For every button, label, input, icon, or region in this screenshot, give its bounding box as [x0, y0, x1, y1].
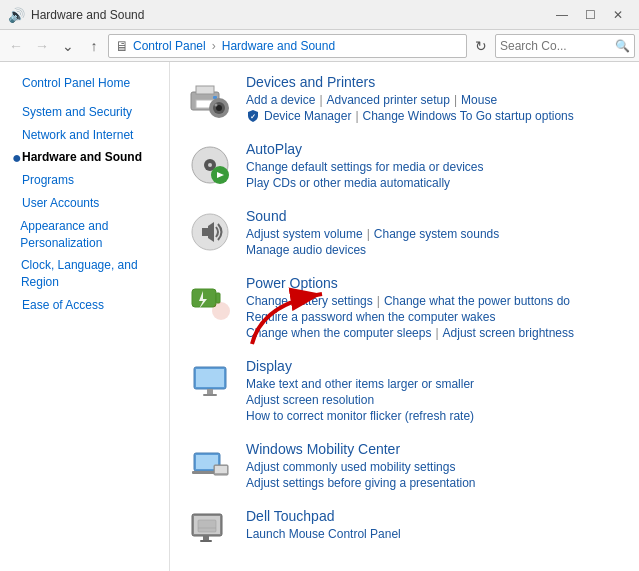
- sound-sublinks: Manage audio devices: [246, 243, 623, 257]
- power-options-content: Power Options Change battery settings | …: [246, 275, 623, 342]
- launch-mouse-control-link[interactable]: Launch Mouse Control Panel: [246, 527, 401, 541]
- change-sleeps-link[interactable]: Change when the computer sleeps: [246, 326, 431, 340]
- section-autoplay: AutoPlay Change default settings for med…: [186, 141, 623, 192]
- sidebar-item-clock-language-region[interactable]: Clock, Language, and Region: [0, 254, 169, 294]
- section-sound: Sound Adjust system volume | Change syst…: [186, 208, 623, 259]
- content-area: Devices and Printers Add a device | Adva…: [170, 62, 639, 571]
- search-input[interactable]: [500, 39, 615, 53]
- sidebar-label-programs: Programs: [22, 172, 74, 189]
- devices-printers-links: Add a device | Advanced printer setup | …: [246, 93, 623, 107]
- sidebar-item-programs[interactable]: Programs: [0, 169, 169, 192]
- devices-printers-sublinks: ✓ Device Manager | Change Windows To Go …: [246, 109, 623, 123]
- dell-touchpad-content: Dell Touchpad Launch Mouse Control Panel: [246, 508, 623, 556]
- svg-text:✓: ✓: [250, 113, 256, 120]
- recent-button[interactable]: ⌄: [56, 34, 80, 58]
- path-control-panel[interactable]: Control Panel: [133, 39, 206, 53]
- sidebar-item-system-security[interactable]: System and Security: [0, 101, 169, 124]
- adjust-resolution-link[interactable]: Adjust screen resolution: [246, 393, 374, 407]
- sidebar-label-ease: Ease of Access: [22, 297, 104, 314]
- power-options-sublinks: Require a password when the computer wak…: [246, 310, 623, 324]
- dell-touchpad-links: Launch Mouse Control Panel: [246, 527, 623, 541]
- title-bar: 🔊 Hardware and Sound — ☐ ✕: [0, 0, 639, 30]
- title-bar-icon: 🔊: [8, 7, 25, 23]
- sidebar-item-appearance-personalization[interactable]: Appearance and Personalization: [0, 215, 169, 255]
- adjust-brightness-link[interactable]: Adjust screen brightness: [443, 326, 574, 340]
- up-button[interactable]: ↑: [82, 34, 106, 58]
- sidebar-label-clock: Clock, Language, and Region: [21, 257, 157, 291]
- mobility-center-icon: [186, 441, 234, 489]
- close-button[interactable]: ✕: [605, 5, 631, 25]
- display-sublinks: Adjust screen resolution: [246, 393, 623, 407]
- play-cds-link[interactable]: Play CDs or other media automatically: [246, 176, 450, 190]
- search-box[interactable]: 🔍: [495, 34, 635, 58]
- sound-content: Sound Adjust system volume | Change syst…: [246, 208, 623, 259]
- title-bar-controls: — ☐ ✕: [549, 5, 631, 25]
- refresh-button[interactable]: ↻: [469, 34, 493, 58]
- path-icon: 🖥: [115, 38, 129, 54]
- require-password-link[interactable]: Require a password when the computer wak…: [246, 310, 495, 324]
- active-bullet: ●: [12, 150, 20, 166]
- adjust-mobility-link[interactable]: Adjust commonly used mobility settings: [246, 460, 455, 474]
- advanced-printer-setup-link[interactable]: Advanced printer setup: [327, 93, 450, 107]
- sidebar-label-hardware-sound: Hardware and Sound: [22, 149, 142, 166]
- sidebar-item-user-accounts[interactable]: User Accounts: [0, 192, 169, 215]
- mobility-center-links: Adjust commonly used mobility settings: [246, 460, 623, 474]
- display-content: Display Make text and other items larger…: [246, 358, 623, 425]
- sidebar-label-control-panel-home: Control Panel Home: [22, 75, 130, 92]
- minimize-button[interactable]: —: [549, 5, 575, 25]
- sound-links: Adjust system volume | Change system sou…: [246, 227, 623, 241]
- sound-title[interactable]: Sound: [246, 208, 286, 224]
- make-text-larger-link[interactable]: Make text and other items larger or smal…: [246, 377, 474, 391]
- search-icon: 🔍: [615, 39, 630, 53]
- svg-rect-17: [192, 289, 216, 307]
- adjust-presentation-link[interactable]: Adjust settings before giving a presenta…: [246, 476, 475, 490]
- power-options-title[interactable]: Power Options: [246, 275, 338, 291]
- svg-rect-34: [198, 520, 216, 532]
- devices-printers-content: Devices and Printers Add a device | Adva…: [246, 74, 623, 125]
- manage-audio-link[interactable]: Manage audio devices: [246, 243, 366, 257]
- mouse-link[interactable]: Mouse: [461, 93, 497, 107]
- autoplay-title[interactable]: AutoPlay: [246, 141, 302, 157]
- change-battery-settings-link[interactable]: Change battery settings: [246, 294, 373, 308]
- display-icon: [186, 358, 234, 406]
- svg-point-7: [215, 104, 218, 107]
- devices-printers-title[interactable]: Devices and Printers: [246, 74, 375, 90]
- autoplay-content: AutoPlay Change default settings for med…: [246, 141, 623, 192]
- section-power-options: Power Options Change battery settings | …: [186, 275, 623, 342]
- display-title[interactable]: Display: [246, 358, 292, 374]
- path-hardware-sound[interactable]: Hardware and Sound: [222, 39, 335, 53]
- device-manager-link[interactable]: Device Manager: [264, 109, 351, 123]
- adjust-system-volume-link[interactable]: Adjust system volume: [246, 227, 363, 241]
- forward-button[interactable]: →: [30, 34, 54, 58]
- dell-touchpad-title[interactable]: Dell Touchpad: [246, 508, 334, 524]
- sidebar-label-system-security: System and Security: [22, 104, 132, 121]
- svg-rect-29: [215, 466, 227, 473]
- back-button[interactable]: ←: [4, 34, 28, 58]
- power-options-icon: [186, 275, 234, 323]
- mobility-center-title[interactable]: Windows Mobility Center: [246, 441, 400, 457]
- autoplay-icon: [186, 141, 234, 189]
- change-power-buttons-link[interactable]: Change what the power buttons do: [384, 294, 570, 308]
- sidebar-item-control-panel-home[interactable]: Control Panel Home: [0, 72, 169, 95]
- sidebar-item-hardware-sound: ● Hardware and Sound: [0, 146, 169, 169]
- mobility-center-sublinks: Adjust settings before giving a presenta…: [246, 476, 623, 490]
- correct-flicker-link[interactable]: How to correct monitor flicker (refresh …: [246, 409, 474, 423]
- svg-rect-22: [196, 369, 224, 387]
- svg-rect-1: [196, 86, 214, 94]
- section-dell-touchpad: Dell Touchpad Launch Mouse Control Panel: [186, 508, 623, 556]
- display-sublinks2: How to correct monitor flicker (refresh …: [246, 409, 623, 423]
- windows-go-link[interactable]: Change Windows To Go startup options: [363, 109, 574, 123]
- address-path: 🖥 Control Panel › Hardware and Sound: [108, 34, 467, 58]
- maximize-button[interactable]: ☐: [577, 5, 603, 25]
- sidebar-item-network-internet[interactable]: Network and Internet: [0, 124, 169, 147]
- add-device-link[interactable]: Add a device: [246, 93, 315, 107]
- sidebar-label-appearance: Appearance and Personalization: [20, 218, 157, 252]
- main-layout: Control Panel Home System and Security N…: [0, 62, 639, 571]
- autoplay-links: Change default settings for media or dev…: [246, 160, 623, 174]
- change-system-sounds-link[interactable]: Change system sounds: [374, 227, 499, 241]
- power-options-sublinks2: Change when the computer sleeps | Adjust…: [246, 326, 623, 340]
- sidebar-item-ease-of-access[interactable]: Ease of Access: [0, 294, 169, 317]
- section-display: Display Make text and other items larger…: [186, 358, 623, 425]
- change-default-settings-link[interactable]: Change default settings for media or dev…: [246, 160, 483, 174]
- devices-printers-icon: [186, 74, 234, 122]
